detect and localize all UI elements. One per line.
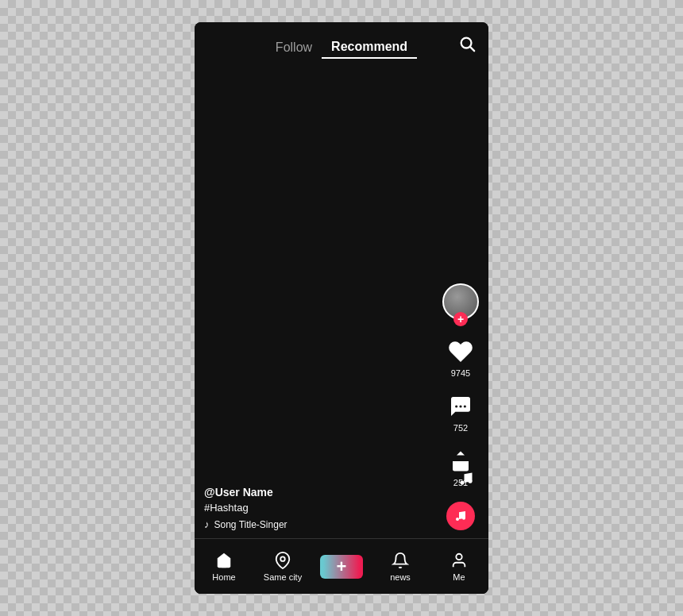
svg-line-1 — [470, 47, 474, 51]
svg-point-4 — [464, 405, 466, 407]
top-nav: Follow Recommend — [195, 22, 488, 67]
create-button[interactable]: + — [323, 555, 360, 579]
create-icon: + — [337, 556, 347, 577]
nav-me[interactable]: Me — [430, 552, 488, 582]
bottom-nav: Home Same city + news — [195, 538, 488, 594]
svg-point-8 — [461, 481, 465, 485]
music-note-icon: ♪ — [204, 518, 210, 530]
music-disc-icon — [446, 502, 475, 530]
likes-count: 9745 — [451, 368, 470, 378]
nav-news[interactable]: news — [371, 552, 430, 582]
svg-point-9 — [469, 479, 473, 483]
comment-icon — [446, 392, 475, 421]
right-actions-panel: + 9745 — [442, 283, 479, 530]
svg-point-6 — [456, 518, 459, 521]
svg-point-7 — [462, 517, 465, 520]
tab-follow[interactable]: Follow — [266, 37, 322, 58]
video-info-panel: @User Name #Hashtag ♪ Song Title-Singer — [204, 486, 425, 530]
heart-icon — [446, 337, 475, 366]
me-label: Me — [453, 572, 465, 582]
username-label: @User Name — [204, 486, 425, 499]
song-title: Song Title-Singer — [214, 519, 287, 530]
svg-point-11 — [456, 553, 461, 559]
nav-same-city[interactable]: Same city — [253, 552, 312, 582]
nav-create[interactable]: + — [312, 555, 371, 579]
avatar-container[interactable]: + — [442, 283, 479, 320]
same-city-label: Same city — [264, 572, 302, 582]
svg-point-3 — [459, 405, 461, 407]
svg-point-10 — [280, 556, 285, 561]
phone-frame: Follow Recommend + — [195, 22, 488, 594]
floating-music-note — [458, 471, 474, 491]
video-area: + 9745 — [195, 22, 488, 594]
tab-recommend[interactable]: Recommend — [322, 37, 417, 59]
svg-point-2 — [455, 405, 457, 407]
music-disc-action[interactable] — [446, 502, 475, 530]
hashtag-label: #Hashtag — [204, 502, 425, 514]
comment-action[interactable]: 752 — [446, 392, 475, 433]
nav-home[interactable]: Home — [195, 552, 253, 582]
song-info: ♪ Song Title-Singer — [204, 518, 425, 530]
news-label: news — [390, 572, 411, 582]
home-label: Home — [212, 572, 235, 582]
search-button[interactable] — [458, 35, 476, 56]
comments-count: 752 — [453, 423, 468, 433]
follow-plus-button[interactable]: + — [453, 312, 468, 326]
like-action[interactable]: 9745 — [446, 337, 475, 378]
